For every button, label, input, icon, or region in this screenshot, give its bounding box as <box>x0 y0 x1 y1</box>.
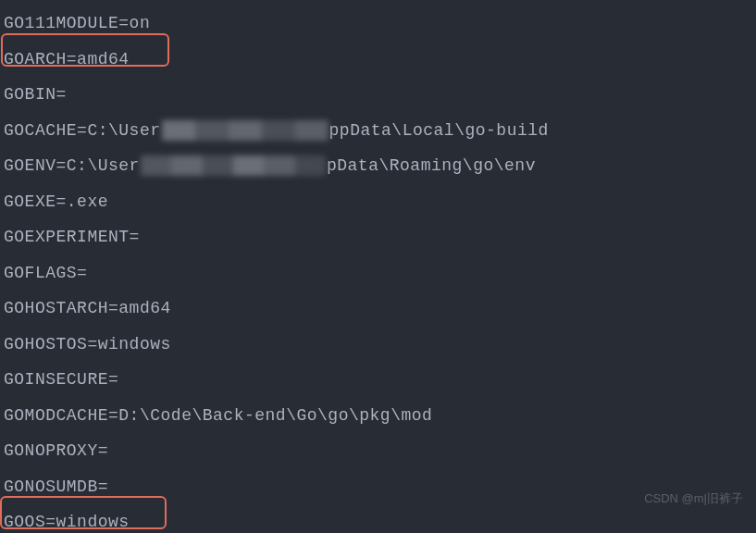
env-text: GOOS=windows <box>4 504 130 533</box>
env-line-goos: GOOS=windows <box>4 504 756 533</box>
env-text: GOEXE=.exe <box>4 184 108 220</box>
env-line-goflags: GOFLAGS= <box>4 255 756 291</box>
env-text: GO111MODULE=on <box>4 6 150 42</box>
env-text: GOHOSTARCH=amd64 <box>4 291 171 327</box>
env-text: GOEXPERIMENT= <box>4 219 140 255</box>
env-line-gomodcache: GOMODCACHE=D:\Code\Back-end\Go\go\pkg\mo… <box>4 398 756 434</box>
env-line-goexe: GOEXE=.exe <box>4 184 756 220</box>
env-line-goexperiment: GOEXPERIMENT= <box>4 219 756 255</box>
env-line-goenv: GOENV=C:\UserpData\Roaming\go\env <box>4 148 756 184</box>
env-line-gonosumdb: GONOSUMDB= <box>4 469 756 505</box>
env-text: GOFLAGS= <box>4 255 87 291</box>
redacted-username <box>162 120 328 141</box>
env-line-gonoproxy: GONOPROXY= <box>4 433 756 469</box>
env-text: GOHOSTOS=windows <box>4 327 171 363</box>
env-text: GOARCH=amd64 <box>4 42 130 78</box>
env-text: GONOPROXY= <box>4 433 108 469</box>
env-text: GOBIN= <box>4 77 67 113</box>
env-text: ppData\Local\go-build <box>329 113 549 149</box>
env-line-gohostos: GOHOSTOS=windows <box>4 327 756 363</box>
env-line-gohostarch: GOHOSTARCH=amd64 <box>4 291 756 327</box>
env-text: GOCACHE=C:\User <box>4 113 161 149</box>
csdn-watermark: CSDN @m|旧裤子 <box>644 481 743 517</box>
env-text: GOMODCACHE=D:\Code\Back-end\Go\go\pkg\mo… <box>4 398 432 434</box>
env-text: GOINSECURE= <box>4 362 118 398</box>
env-text: GOENV=C:\User <box>4 148 140 184</box>
env-text: GONOSUMDB= <box>4 469 108 505</box>
env-line-gobin: GOBIN= <box>4 77 756 113</box>
env-line-goarch: GOARCH=amd64 <box>4 42 756 78</box>
env-line-go111module: GO111MODULE=on <box>4 6 756 42</box>
env-text: pData\Roaming\go\env <box>327 148 536 184</box>
env-line-goinsecure: GOINSECURE= <box>4 362 756 398</box>
env-line-gocache: GOCACHE=C:\UserppData\Local\go-build <box>4 113 756 149</box>
redacted-username <box>141 155 326 176</box>
